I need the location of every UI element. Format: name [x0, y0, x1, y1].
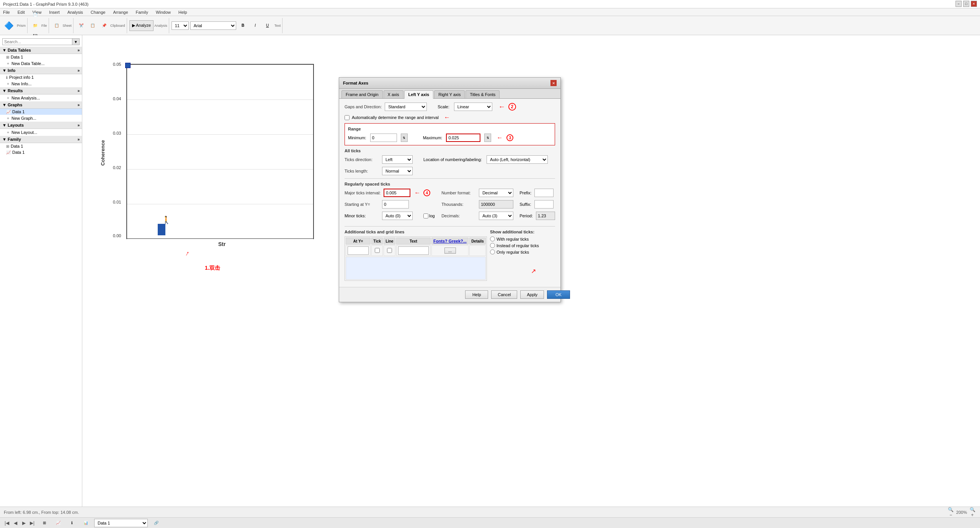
- dialog-close-button[interactable]: ✕: [550, 80, 557, 86]
- minimize-button[interactable]: −: [956, 1, 962, 7]
- sidebar-item-new-analysis[interactable]: ＋ New Analysis...: [0, 95, 82, 101]
- location-select[interactable]: Auto (Left, horizontal): [487, 155, 548, 164]
- text-input-cell[interactable]: [396, 245, 431, 256]
- graph-plot-area[interactable]: 🚶: [126, 64, 314, 239]
- minor-ticks-select[interactable]: Auto (0): [382, 212, 413, 220]
- toolbar-cut-btn[interactable]: ✂️: [76, 20, 87, 31]
- menu-change[interactable]: Change: [89, 9, 107, 15]
- info-btn[interactable]: ℹ: [67, 518, 77, 528]
- fonts-greek-link[interactable]: Fonts? Greek?...: [433, 239, 467, 243]
- zoom-in-btn[interactable]: 🔍+: [969, 507, 976, 518]
- results-btn[interactable]: 📊: [80, 518, 91, 528]
- ticks-direction-select[interactable]: Left: [382, 155, 413, 164]
- menu-help[interactable]: Help: [177, 9, 189, 15]
- menu-analysis[interactable]: Analysis: [66, 9, 85, 15]
- nav-next-btn[interactable]: ▶: [20, 520, 28, 526]
- sidebar-section-family[interactable]: ▼ Family »: [0, 136, 82, 143]
- details-button[interactable]: ...: [444, 248, 456, 254]
- nav-prev-btn[interactable]: ◀: [11, 520, 19, 526]
- sidebar-item-new-data-table[interactable]: ＋ New Data Table...: [0, 60, 82, 67]
- tab-x-axis[interactable]: X axis: [384, 90, 403, 98]
- cancel-button[interactable]: Cancel: [491, 290, 517, 299]
- sidebar-section-data-tables[interactable]: ▼ Data Tables »: [0, 47, 82, 54]
- sidebar-item-project-info[interactable]: ℹ Project info 1: [0, 74, 82, 80]
- tab-frame-origin[interactable]: Frame and Origin: [341, 90, 383, 98]
- sidebar-section-info[interactable]: ▼ Info »: [0, 67, 82, 74]
- decimals-select[interactable]: Auto (3): [479, 212, 513, 220]
- sidebar-section-results[interactable]: ▼ Results »: [0, 87, 82, 95]
- number-format-select[interactable]: Decimal: [479, 189, 513, 197]
- toolbar-prism-logo[interactable]: 🔷: [2, 18, 16, 33]
- radio-instead-of-input[interactable]: [490, 243, 495, 248]
- font-size-select[interactable]: 11: [172, 21, 189, 30]
- max-spin-btn[interactable]: ⇅: [484, 134, 491, 142]
- sidebar-section-layouts[interactable]: ▼ Layouts »: [0, 122, 82, 129]
- sidebar-item-new-layout[interactable]: ＋ New Layout...: [0, 129, 82, 136]
- font-family-select[interactable]: Arial: [190, 21, 236, 30]
- tick-checkbox-cell[interactable]: [371, 245, 383, 256]
- bold-btn[interactable]: B: [238, 20, 248, 31]
- ok-button[interactable]: OK: [547, 290, 570, 299]
- menu-arrange[interactable]: Arrange: [111, 9, 129, 15]
- scale-select[interactable]: Linear: [454, 103, 492, 111]
- auto-range-checkbox[interactable]: [345, 115, 350, 120]
- apply-button[interactable]: Apply: [520, 290, 544, 299]
- log-checkbox[interactable]: [423, 213, 428, 218]
- underline-btn[interactable]: U: [262, 20, 273, 31]
- maximum-input[interactable]: [446, 134, 480, 142]
- radio-only-regular-input[interactable]: [490, 249, 495, 254]
- radio-with-regular-input[interactable]: [490, 236, 495, 241]
- table-view-btn[interactable]: ⊞: [39, 518, 50, 528]
- sidebar-item-family-data1a[interactable]: ⊞ Data 1: [0, 143, 82, 149]
- search-btn[interactable]: ▼: [72, 39, 79, 45]
- toolbar-new-btn[interactable]: 📄: [30, 10, 41, 20]
- starting-at-input[interactable]: [382, 200, 409, 209]
- line-checkbox-cell[interactable]: [384, 245, 395, 256]
- toolbar-copy-btn[interactable]: 📋: [87, 20, 98, 31]
- suffix-input[interactable]: [534, 200, 554, 209]
- toolbar-sheet-btn[interactable]: 📋: [51, 20, 62, 31]
- search-input[interactable]: [3, 39, 72, 45]
- nav-last-btn[interactable]: ▶|: [28, 520, 36, 526]
- period-input[interactable]: [536, 212, 555, 220]
- menu-file[interactable]: File: [2, 9, 11, 15]
- toolbar-analyze-btn[interactable]: ▶ Analyze: [129, 20, 154, 31]
- tab-right-y-axis[interactable]: Right Y axis: [434, 90, 465, 98]
- text-input[interactable]: [398, 246, 429, 255]
- link-btn[interactable]: 🔗: [151, 518, 162, 528]
- at-y-input-cell[interactable]: [346, 245, 371, 256]
- menu-family[interactable]: Family: [134, 9, 150, 15]
- radio-with-regular[interactable]: With regular ticks: [490, 236, 555, 241]
- menu-insert[interactable]: Insert: [47, 9, 61, 15]
- sidebar-item-new-info[interactable]: ＋ New Info...: [0, 80, 82, 87]
- maximize-button[interactable]: □: [963, 1, 969, 7]
- details-btn-cell[interactable]: ...: [431, 245, 469, 256]
- tab-left-y-axis[interactable]: Left Y axis: [404, 90, 434, 99]
- prefix-input[interactable]: [534, 189, 554, 197]
- line-checkbox[interactable]: [387, 248, 392, 253]
- close-button[interactable]: ✕: [971, 1, 977, 7]
- graph-view-btn[interactable]: 📈: [53, 518, 64, 528]
- sidebar-section-graphs[interactable]: ▼ Graphs »: [0, 101, 82, 109]
- at-y-input[interactable]: [348, 246, 369, 255]
- gaps-direction-select[interactable]: Standard: [385, 103, 427, 111]
- zoom-out-btn[interactable]: 🔍−: [947, 507, 955, 518]
- menu-window[interactable]: Window: [154, 9, 172, 15]
- nav-first-btn[interactable]: |◀: [3, 520, 11, 526]
- toolbar-open-btn[interactable]: 📁: [30, 20, 41, 31]
- sidebar-item-graph-data1[interactable]: 📈 Data 1: [0, 109, 82, 115]
- help-button[interactable]: Help: [465, 290, 488, 299]
- radio-only-regular[interactable]: Only regular ticks: [490, 249, 555, 254]
- sidebar-item-data1[interactable]: ⊞ Data 1: [0, 54, 82, 60]
- tick-checkbox[interactable]: [375, 248, 380, 253]
- ticks-length-select[interactable]: Normal: [382, 167, 413, 175]
- sidebar-item-new-graph[interactable]: ＋ New Graph...: [0, 115, 82, 122]
- toolbar-paste-btn[interactable]: 📌: [99, 20, 109, 31]
- min-spin-btn[interactable]: ⇅: [401, 134, 408, 142]
- italic-btn[interactable]: I: [250, 20, 261, 31]
- sidebar-item-family-data1b[interactable]: 📈 Data 1: [0, 149, 82, 155]
- major-ticks-input[interactable]: [384, 189, 410, 197]
- radio-instead-of[interactable]: Instead of regular ticks: [490, 243, 555, 248]
- menu-edit[interactable]: Edit: [16, 9, 26, 15]
- tab-titles-fonts[interactable]: Titles & Fonts: [466, 90, 500, 98]
